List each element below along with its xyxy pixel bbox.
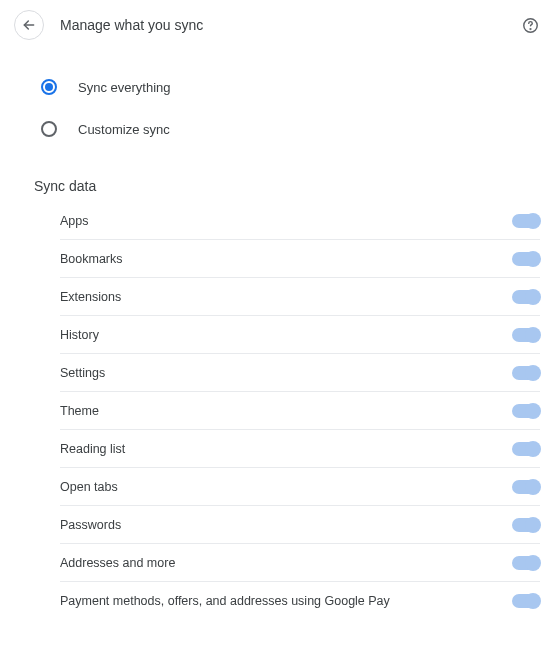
sync-item-label: Theme: [60, 404, 99, 418]
sync-item-label: History: [60, 328, 99, 342]
sync-mode-group: Sync everything Customize sync: [0, 50, 558, 154]
help-icon: [522, 17, 539, 34]
sync-item-reading-list: Reading list: [60, 430, 540, 468]
sync-item-label: Passwords: [60, 518, 121, 532]
toggle-payment-methods[interactable]: [512, 594, 540, 608]
sync-item-extensions: Extensions: [60, 278, 540, 316]
toggle-knob: [525, 593, 541, 609]
toggle-theme[interactable]: [512, 404, 540, 418]
toggle-knob: [525, 479, 541, 495]
toggle-knob: [525, 289, 541, 305]
radio-icon: [40, 78, 58, 96]
toggle-passwords[interactable]: [512, 518, 540, 532]
radio-customize-sync[interactable]: Customize sync: [0, 110, 558, 148]
radio-label: Sync everything: [78, 80, 171, 95]
radio-label: Customize sync: [78, 122, 170, 137]
sync-item-apps: Apps: [60, 202, 540, 240]
radio-icon: [40, 120, 58, 138]
toggle-knob: [525, 365, 541, 381]
sync-item-label: Bookmarks: [60, 252, 123, 266]
section-title: Sync data: [0, 154, 558, 202]
toggle-knob: [525, 441, 541, 457]
toggle-knob: [525, 555, 541, 571]
toggle-knob: [525, 403, 541, 419]
sync-item-label: Addresses and more: [60, 556, 175, 570]
toggle-apps[interactable]: [512, 214, 540, 228]
back-button[interactable]: [14, 10, 44, 40]
sync-item-label: Open tabs: [60, 480, 118, 494]
sync-item-addresses: Addresses and more: [60, 544, 540, 582]
svg-point-2: [530, 28, 531, 29]
sync-item-label: Reading list: [60, 442, 125, 456]
sync-item-payment-methods: Payment methods, offers, and addresses u…: [60, 582, 540, 620]
sync-item-label: Settings: [60, 366, 105, 380]
arrow-left-icon: [21, 17, 37, 33]
sync-item-label: Extensions: [60, 290, 121, 304]
toggle-knob: [525, 327, 541, 343]
toggle-knob: [525, 517, 541, 533]
toggle-extensions[interactable]: [512, 290, 540, 304]
toggle-knob: [525, 251, 541, 267]
toggle-history[interactable]: [512, 328, 540, 342]
sync-item-open-tabs: Open tabs: [60, 468, 540, 506]
toggle-addresses[interactable]: [512, 556, 540, 570]
sync-item-settings: Settings: [60, 354, 540, 392]
toggle-open-tabs[interactable]: [512, 480, 540, 494]
toggle-knob: [525, 213, 541, 229]
page-title: Manage what you sync: [60, 17, 520, 33]
sync-item-bookmarks: Bookmarks: [60, 240, 540, 278]
sync-item-theme: Theme: [60, 392, 540, 430]
sync-data-list: Apps Bookmarks Extensions History Settin…: [0, 202, 558, 620]
radio-sync-everything[interactable]: Sync everything: [0, 68, 558, 106]
help-button[interactable]: [520, 15, 540, 35]
toggle-bookmarks[interactable]: [512, 252, 540, 266]
toggle-reading-list[interactable]: [512, 442, 540, 456]
sync-item-history: History: [60, 316, 540, 354]
sync-item-label: Apps: [60, 214, 89, 228]
header: Manage what you sync: [0, 0, 558, 50]
sync-item-label: Payment methods, offers, and addresses u…: [60, 594, 390, 608]
sync-item-passwords: Passwords: [60, 506, 540, 544]
toggle-settings[interactable]: [512, 366, 540, 380]
